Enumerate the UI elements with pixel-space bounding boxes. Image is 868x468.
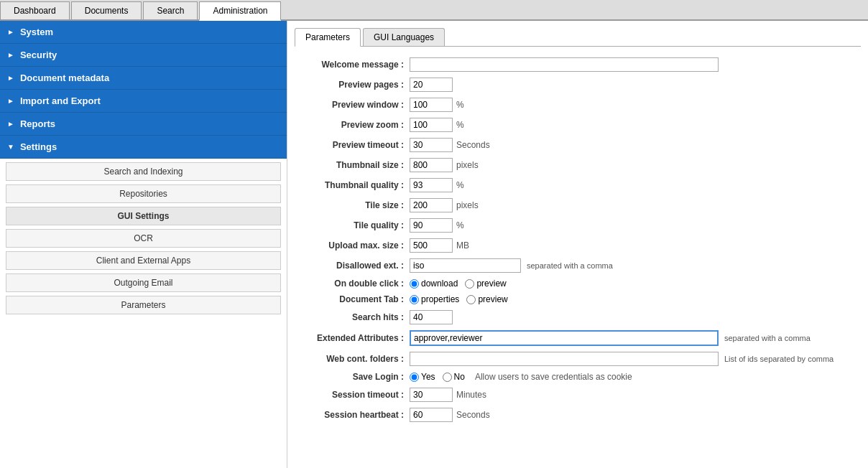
tab-parameters[interactable]: Parameters <box>295 28 361 47</box>
sidebar-item-repositories[interactable]: Repositories <box>6 184 281 203</box>
field-session-heartbeat[interactable] <box>410 408 453 422</box>
radio-group-double-click: download preview <box>410 279 507 289</box>
radio-preview-dc[interactable] <box>465 279 474 289</box>
sidebar-section-security[interactable]: Security <box>0 44 287 67</box>
row-session-heartbeat: Session heartbeat : Seconds <box>295 408 861 422</box>
input-tile-quality[interactable] <box>410 218 453 233</box>
tab-dashboard[interactable]: Dashboard <box>0 1 70 19</box>
sidebar-item-parameters[interactable]: Parameters <box>6 296 281 314</box>
input-thumbnail-quality[interactable] <box>410 178 453 192</box>
field-upload-max-size[interactable] <box>410 238 453 253</box>
input-tile-size[interactable] <box>410 198 453 212</box>
unit-session-heartbeat: Seconds <box>456 410 490 420</box>
row-preview-pages: Preview pages : <box>295 78 861 92</box>
label-welcome-message: Welcome message : <box>295 60 410 70</box>
field-preview-timeout[interactable] <box>410 138 453 152</box>
btn-ocr[interactable]: OCR <box>6 229 281 248</box>
radio-properties[interactable] <box>410 295 419 304</box>
top-navigation: Dashboard Documents Search Administratio… <box>0 0 868 21</box>
label-thumbnail-size: Thumbnail size : <box>295 160 410 170</box>
unit-preview-timeout: Seconds <box>456 140 490 150</box>
sidebar-section-label-import-export: Import and Export <box>20 95 101 106</box>
arrow-icon-system <box>7 28 14 36</box>
radio-download[interactable] <box>410 279 419 289</box>
radio-label-no: No <box>454 372 465 382</box>
unit-tile-size: pixels <box>456 200 479 210</box>
input-session-timeout[interactable] <box>410 388 453 402</box>
input-preview-pages[interactable] <box>410 78 453 92</box>
tab-search[interactable]: Search <box>143 1 198 19</box>
radio-preview-dt[interactable] <box>466 295 476 304</box>
tab-administration[interactable]: Administration <box>199 1 281 21</box>
arrow-icon-settings <box>7 143 14 151</box>
radio-yes[interactable] <box>410 373 419 382</box>
input-extended-attributes[interactable] <box>410 330 719 346</box>
field-tile-size[interactable] <box>410 198 453 212</box>
sidebar-item-search-indexing[interactable]: Search and Indexing <box>6 162 281 181</box>
field-extended-attributes[interactable] <box>410 330 719 346</box>
label-disallowed-ext: Disallowed ext. : <box>295 261 410 271</box>
field-tile-quality[interactable] <box>410 218 453 233</box>
btn-repositories[interactable]: Repositories <box>6 184 281 203</box>
field-search-hits[interactable] <box>410 310 453 324</box>
input-preview-window[interactable] <box>410 98 453 112</box>
radio-item-download[interactable]: download <box>410 279 458 289</box>
radio-item-preview-dt[interactable]: preview <box>466 294 507 304</box>
row-tile-size: Tile size : pixels <box>295 198 861 212</box>
field-welcome-message[interactable] <box>410 57 719 72</box>
field-disallowed-ext[interactable] <box>410 258 521 273</box>
sidebar: System Security Document metadata Import… <box>0 21 287 468</box>
field-preview-pages[interactable] <box>410 78 453 92</box>
unit-preview-window: % <box>456 100 464 110</box>
sidebar-section-import-export[interactable]: Import and Export <box>0 90 287 113</box>
field-preview-window[interactable] <box>410 98 453 112</box>
btn-outgoing-email[interactable]: Outgoing Email <box>6 273 281 292</box>
btn-gui-settings[interactable]: GUI Settings <box>6 207 281 225</box>
input-web-cont-folders[interactable] <box>410 352 719 366</box>
sidebar-item-client-external[interactable]: Client and External Apps <box>6 251 281 270</box>
field-web-cont-folders[interactable] <box>410 352 719 366</box>
row-disallowed-ext: Disallowed ext. : separated with a comma <box>295 258 861 273</box>
sidebar-item-ocr[interactable]: OCR <box>6 229 281 248</box>
sidebar-item-outgoing-email[interactable]: Outgoing Email <box>6 273 281 292</box>
input-preview-timeout[interactable] <box>410 138 453 152</box>
radio-item-no[interactable]: No <box>443 372 465 382</box>
radio-no[interactable] <box>443 373 452 382</box>
field-thumbnail-quality[interactable] <box>410 178 453 192</box>
field-thumbnail-size[interactable] <box>410 158 453 172</box>
main-layout: System Security Document metadata Import… <box>0 21 868 468</box>
input-search-hits[interactable] <box>410 310 453 324</box>
btn-parameters[interactable]: Parameters <box>6 296 281 314</box>
tab-documents[interactable]: Documents <box>71 1 142 19</box>
radio-label-download: download <box>421 279 458 289</box>
radio-item-preview-dc[interactable]: preview <box>465 279 506 289</box>
input-thumbnail-size[interactable] <box>410 158 453 172</box>
unit-upload-max-size: MB <box>456 240 469 251</box>
label-search-hits: Search hits : <box>295 312 410 322</box>
input-session-heartbeat[interactable] <box>410 408 453 422</box>
label-preview-zoom: Preview zoom : <box>295 120 410 130</box>
row-document-tab: Document Tab : properties preview <box>295 294 861 304</box>
input-welcome-message[interactable] <box>410 57 719 72</box>
unit-preview-zoom: % <box>456 120 464 130</box>
radio-item-properties[interactable]: properties <box>410 294 459 304</box>
field-preview-zoom[interactable] <box>410 118 453 132</box>
field-session-timeout[interactable] <box>410 388 453 402</box>
content-tabs: Parameters GUI Languages <box>295 28 861 47</box>
sidebar-item-gui-settings[interactable]: GUI Settings <box>6 207 281 225</box>
row-preview-timeout: Preview timeout : Seconds <box>295 138 861 152</box>
sidebar-section-system[interactable]: System <box>0 21 287 44</box>
input-upload-max-size[interactable] <box>410 238 453 253</box>
input-preview-zoom[interactable] <box>410 118 453 132</box>
radio-label-preview-dc: preview <box>476 279 506 289</box>
tab-gui-languages[interactable]: GUI Languages <box>363 28 445 46</box>
sidebar-section-settings[interactable]: Settings <box>0 136 287 159</box>
radio-item-yes[interactable]: Yes <box>410 372 435 382</box>
row-tile-quality: Tile quality : % <box>295 218 861 233</box>
sidebar-section-docmeta[interactable]: Document metadata <box>0 67 287 90</box>
btn-search-indexing[interactable]: Search and Indexing <box>6 162 281 181</box>
btn-client-external[interactable]: Client and External Apps <box>6 251 281 270</box>
sidebar-section-reports[interactable]: Reports <box>0 113 287 136</box>
unit-thumbnail-size: pixels <box>456 160 479 170</box>
input-disallowed-ext[interactable] <box>410 258 521 273</box>
